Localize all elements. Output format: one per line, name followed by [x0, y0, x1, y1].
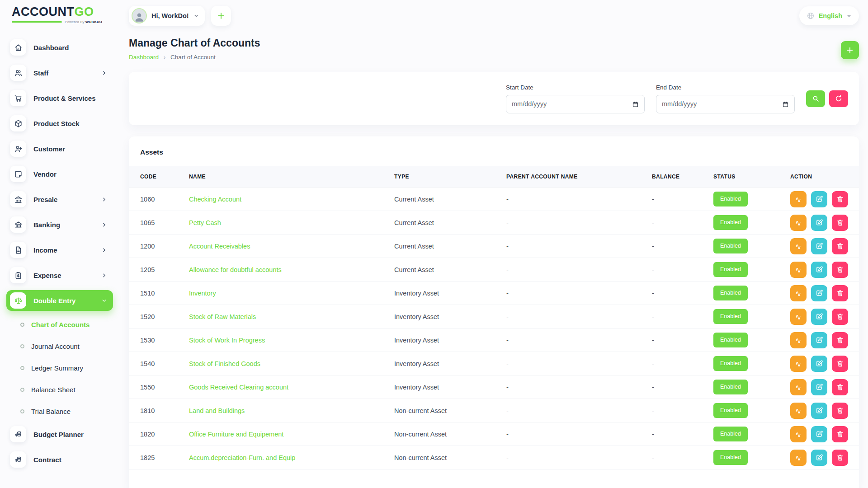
language-selector[interactable]: English [799, 6, 859, 25]
create-account-button[interactable] [841, 41, 859, 59]
delete-button[interactable] [832, 426, 848, 442]
edit-button[interactable] [811, 356, 827, 372]
cell-name: Stock of Work In Progress [189, 328, 394, 352]
sidebar-item-customer[interactable]: Customer [6, 138, 113, 159]
sidebar-item-vendor[interactable]: Vendor [6, 164, 113, 184]
cell-type: Inventory Asset [394, 352, 506, 375]
page-header: Manage Chart of Accounts Dashboard › Cha… [129, 37, 859, 61]
filter-panel: Start Date mm/dd/yyyy End Date mm/dd/yyy… [129, 72, 859, 125]
account-link[interactable]: Stock of Work In Progress [189, 337, 265, 344]
cell-name: Office Furniture and Equipement [189, 422, 394, 446]
sidebar-item-product-stock[interactable]: Product Stock [6, 113, 113, 134]
edit-button[interactable] [811, 332, 827, 348]
activity-button[interactable] [790, 238, 807, 254]
end-date-input[interactable]: mm/dd/yyyy [656, 95, 795, 113]
edit-button[interactable] [811, 238, 827, 254]
sidebar-item-income[interactable]: Income [6, 239, 113, 260]
sidebar-item-budget-planner[interactable]: Budget Planner [6, 424, 113, 445]
search-button[interactable] [806, 90, 825, 107]
brand-logo[interactable]: ACCOUNTGO Powered By WORKDO [0, 0, 118, 26]
edit-button[interactable] [811, 191, 827, 207]
cart-icon [10, 90, 26, 106]
edit-button[interactable] [811, 379, 827, 395]
sidebar-subitem-balance-sheet[interactable]: Balance Sheet [6, 380, 113, 399]
scales-icon [10, 292, 26, 309]
edit-button[interactable] [811, 309, 827, 325]
activity-button[interactable] [790, 450, 807, 466]
sidebar-subitem-trial-balance[interactable]: Trial Balance [6, 402, 113, 420]
account-link[interactable]: Accum.depreciation-Furn. and Equip [189, 454, 295, 461]
edit-icon [816, 407, 823, 414]
activity-button[interactable] [790, 332, 807, 348]
sidebar-item-product-services[interactable]: Product & Services [6, 88, 113, 108]
delete-button[interactable] [832, 309, 848, 325]
delete-button[interactable] [832, 262, 848, 278]
user-menu[interactable]: Hi, WorkDo! [129, 6, 205, 26]
trash-icon [836, 407, 844, 414]
edit-button[interactable] [811, 215, 827, 231]
cell-status: Enabled [713, 328, 790, 352]
sidebar-item-banking[interactable]: Banking [6, 214, 113, 235]
sidebar-item-staff[interactable]: Staff [6, 62, 113, 83]
activity-button[interactable] [790, 356, 807, 372]
status-badge: Enabled [713, 286, 748, 300]
status-badge: Enabled [713, 450, 748, 465]
quick-add-button[interactable] [211, 6, 231, 26]
sidebar-item-double-entry[interactable]: Double Entry [6, 290, 113, 311]
account-link[interactable]: Stock of Finished Goods [189, 360, 260, 367]
activity-button[interactable] [790, 426, 807, 442]
chevron-right-icon [101, 197, 108, 202]
sidebar-subitem-journal-account[interactable]: Journal Account [6, 337, 113, 355]
sidebar-item-label: Income [33, 246, 101, 254]
activity-button[interactable] [790, 215, 807, 231]
sidebar-item-presale[interactable]: Presale [6, 189, 113, 210]
activity-button[interactable] [790, 262, 807, 278]
delete-button[interactable] [832, 238, 848, 254]
calendar-icon[interactable] [632, 101, 639, 108]
cell-action [790, 282, 859, 305]
account-link[interactable]: Land and Buildings [189, 407, 245, 414]
delete-button[interactable] [832, 285, 848, 301]
delete-button[interactable] [832, 191, 848, 207]
edit-button[interactable] [811, 426, 827, 442]
account-link[interactable]: Account Receivables [189, 243, 250, 250]
sidebar-item-dashboard[interactable]: Dashboard [6, 37, 113, 58]
account-link[interactable]: Petty Cash [189, 219, 221, 226]
edit-button[interactable] [811, 450, 827, 466]
account-link[interactable]: Inventory [189, 290, 216, 297]
cell-parent: - [506, 282, 652, 305]
account-link[interactable]: Stock of Raw Materials [189, 313, 256, 320]
activity-button[interactable] [790, 309, 807, 325]
delete-button[interactable] [832, 379, 848, 395]
edit-icon [816, 383, 823, 391]
delete-button[interactable] [832, 356, 848, 372]
sidebar-item-contract[interactable]: Contract [6, 449, 113, 470]
sidebar-item-expense[interactable]: Expense [6, 265, 113, 286]
edit-button[interactable] [811, 403, 827, 419]
account-link[interactable]: Checking Account [189, 196, 241, 203]
table-row: 1530Stock of Work In ProgressInventory A… [129, 328, 859, 352]
account-link[interactable]: Office Furniture and Equipement [189, 431, 283, 438]
edit-button[interactable] [811, 285, 827, 301]
delete-button[interactable] [832, 215, 848, 231]
breadcrumb-dashboard-link[interactable]: Dashboard [129, 54, 159, 61]
globe-icon [807, 12, 815, 20]
delete-button[interactable] [832, 403, 848, 419]
start-date-input[interactable]: mm/dd/yyyy [506, 95, 645, 113]
activity-button[interactable] [790, 403, 807, 419]
delete-button[interactable] [832, 332, 848, 348]
calendar-icon[interactable] [782, 101, 789, 108]
activity-icon [795, 430, 802, 438]
activity-button[interactable] [790, 285, 807, 301]
account-link[interactable]: Goods Received Clearing account [189, 384, 288, 391]
sidebar-subitem-chart-of-accounts[interactable]: Chart of Accounts [6, 315, 113, 333]
sidebar-subitem-ledger-summary[interactable]: Ledger Summary [6, 359, 113, 377]
reset-button[interactable] [829, 90, 848, 107]
activity-button[interactable] [790, 191, 807, 207]
cell-name: Inventory [189, 282, 394, 305]
account-link[interactable]: Allowance for doubtful accounts [189, 266, 282, 273]
activity-button[interactable] [790, 379, 807, 395]
delete-button[interactable] [832, 450, 848, 466]
edit-button[interactable] [811, 262, 827, 278]
edit-icon [816, 242, 823, 250]
